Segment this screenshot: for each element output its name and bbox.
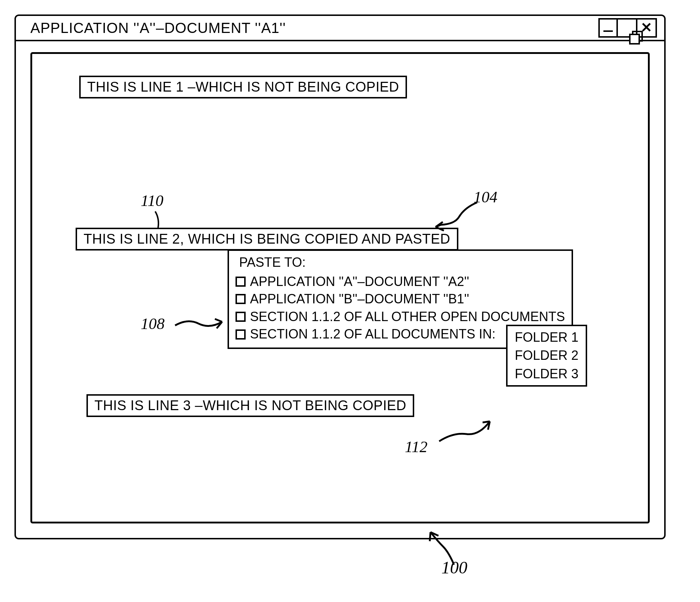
- paste-option-label: SECTION 1.1.2 OF ALL DOCUMENTS IN:: [250, 325, 496, 343]
- folder-option-2[interactable]: FOLDER 2: [515, 346, 578, 365]
- checkbox-icon: [236, 294, 246, 304]
- callout-108: 108: [141, 315, 165, 333]
- content-area: THIS IS LINE 1 –WHICH IS NOT BEING COPIE…: [32, 54, 648, 522]
- arrow-100: [423, 529, 463, 554]
- minimize-button[interactable]: [598, 18, 618, 38]
- text-line-3: THIS IS LINE 3 –WHICH IS NOT BEING COPIE…: [86, 394, 414, 417]
- arrow-104: [430, 199, 481, 231]
- text-line-2-selected[interactable]: THIS IS LINE 2, WHICH IS BEING COPIED AN…: [76, 228, 458, 251]
- paste-option-section-open-docs[interactable]: SECTION 1.1.2 OF ALL OTHER OPEN DOCUMENT…: [236, 308, 565, 326]
- checkbox-icon: [236, 277, 246, 287]
- folder-option-1[interactable]: FOLDER 1: [515, 328, 578, 346]
- window-controls: [598, 18, 657, 38]
- folder-option-3[interactable]: FOLDER 3: [515, 365, 578, 383]
- callout-110: 110: [141, 191, 164, 210]
- paste-option-app-a-doc-a2[interactable]: APPLICATION ''A''–DOCUMENT ''A2'': [236, 273, 565, 291]
- arrow-112: [437, 416, 495, 445]
- minimize-icon: [603, 24, 613, 32]
- checkbox-icon: [236, 312, 246, 322]
- callout-112: 112: [405, 438, 428, 456]
- paste-option-label: SECTION 1.1.2 OF ALL OTHER OPEN DOCUMENT…: [250, 308, 565, 326]
- paste-menu-title: PASTE TO:: [236, 254, 565, 271]
- titlebar: APPLICATION ''A''–DOCUMENT ''A1'': [16, 16, 664, 41]
- checkbox-icon: [236, 329, 246, 340]
- text-line-1: THIS IS LINE 1 –WHICH IS NOT BEING COPIE…: [79, 76, 407, 98]
- paste-option-label: APPLICATION ''B''–DOCUMENT ''B1'': [250, 290, 469, 308]
- folder-submenu: FOLDER 1 FOLDER 2 FOLDER 3: [506, 325, 587, 387]
- paste-option-label: APPLICATION ''A''–DOCUMENT ''A2'': [250, 273, 469, 291]
- application-window: APPLICATION ''A''–DOCUMENT ''A1'' THIS I…: [14, 14, 666, 539]
- window-title: APPLICATION ''A''–DOCUMENT ''A1'': [30, 20, 286, 36]
- arrow-108: [173, 315, 228, 333]
- paste-option-app-b-doc-b1[interactable]: APPLICATION ''B''–DOCUMENT ''B1'': [236, 290, 565, 308]
- maximize-button[interactable]: [618, 18, 637, 38]
- document-content-frame: THIS IS LINE 1 –WHICH IS NOT BEING COPIE…: [30, 52, 650, 523]
